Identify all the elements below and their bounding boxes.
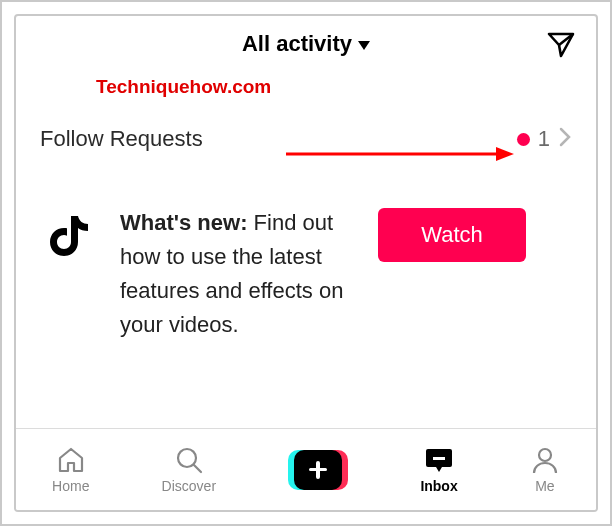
bottom-tab-bar: Home Discover	[16, 428, 596, 510]
caret-down-icon	[358, 41, 370, 50]
promo-bold: What's new:	[120, 210, 247, 235]
search-icon	[174, 446, 204, 474]
tab-home-label: Home	[52, 478, 89, 494]
tab-inbox-label: Inbox	[420, 478, 457, 494]
notification-dot-icon	[517, 133, 530, 146]
tiktok-logo-icon	[40, 206, 102, 258]
activity-filter-dropdown[interactable]: All activity	[242, 31, 370, 57]
svg-rect-5	[433, 457, 445, 460]
plus-icon	[294, 450, 342, 490]
watermark-text: Techniquehow.com	[96, 76, 271, 98]
annotation-arrow-icon	[286, 144, 516, 168]
tab-discover-label: Discover	[162, 478, 216, 494]
svg-point-6	[539, 449, 551, 461]
tab-home[interactable]: Home	[52, 446, 89, 494]
follow-requests-label: Follow Requests	[40, 126, 203, 152]
follow-requests-count: 1	[538, 126, 550, 152]
tab-discover[interactable]: Discover	[162, 446, 216, 494]
svg-marker-1	[496, 147, 514, 161]
inbox-icon	[423, 446, 455, 474]
home-icon	[56, 446, 86, 474]
promo-text: What's new: Find out how to use the late…	[120, 206, 360, 342]
activity-title: All activity	[242, 31, 352, 57]
follow-requests-indicator: 1	[517, 126, 572, 152]
tab-inbox[interactable]: Inbox	[420, 446, 457, 494]
svg-line-3	[194, 465, 201, 472]
promo-card: What's new: Find out how to use the late…	[16, 182, 596, 342]
watch-button[interactable]: Watch	[378, 208, 526, 262]
tab-me-label: Me	[535, 478, 554, 494]
create-button[interactable]	[288, 450, 348, 490]
send-message-icon[interactable]	[546, 30, 576, 64]
tab-me[interactable]: Me	[530, 446, 560, 494]
chevron-right-icon	[558, 126, 572, 152]
top-bar: All activity	[16, 16, 596, 72]
profile-icon	[530, 446, 560, 474]
